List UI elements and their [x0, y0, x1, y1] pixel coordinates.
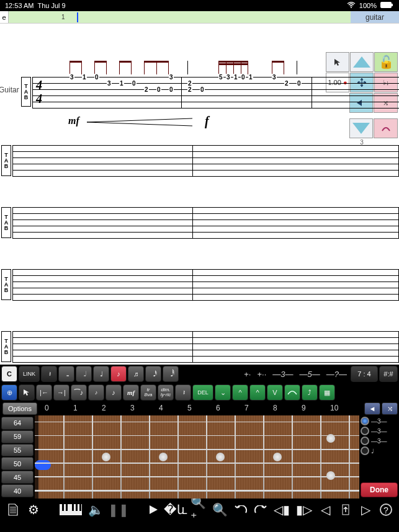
tab-note[interactable]: 5 — [218, 74, 223, 81]
prev-button[interactable]: ◁ — [318, 501, 332, 518]
track-key-label[interactable]: e — [0, 11, 9, 23]
tab-note[interactable]: 0 — [241, 74, 246, 81]
tuplet-custom-button[interactable]: —?— — [324, 370, 349, 379]
bar-end-button[interactable]: →| — [53, 384, 69, 401]
strum-down-button[interactable]: ⌄ — [215, 384, 231, 401]
quarter-note-button[interactable]: ♩ — [93, 366, 109, 382]
thirtysecond-note-button[interactable]: 𝅘𝅥𝅰 — [145, 366, 161, 382]
tuning-button[interactable]: 55 — [1, 444, 34, 457]
play-button[interactable] — [146, 501, 160, 518]
tab-note[interactable]: 3 — [226, 74, 231, 81]
tuning-button[interactable]: 40 — [1, 484, 34, 497]
playhead-marker[interactable] — [77, 12, 78, 22]
tab-note[interactable]: 2 — [144, 86, 149, 93]
delete-button[interactable]: DEL — [192, 384, 213, 401]
marker-in-button[interactable]: ◁▮ — [274, 501, 290, 518]
piano-button[interactable] — [60, 501, 82, 518]
zoom-out-button[interactable]: 🔍⁺ — [191, 501, 206, 518]
rest-insert-button[interactable]: 𝄽 — [175, 384, 191, 401]
tuning-button[interactable]: 59 — [1, 430, 34, 443]
zoom-in-button[interactable]: 🔍 — [212, 501, 228, 518]
redo-button[interactable] — [254, 501, 267, 518]
time-signature-button[interactable]: 7 : 4 — [351, 366, 378, 382]
file-button[interactable] — [6, 501, 20, 518]
marker-out-button[interactable]: ▮▷ — [296, 501, 312, 518]
curve-tool-button[interactable] — [374, 118, 398, 138]
tab-note[interactable]: 0 — [132, 80, 137, 87]
tab-note[interactable]: 1 — [248, 74, 253, 81]
tuning-button[interactable]: 50 — [1, 457, 34, 470]
target-tool-button[interactable]: ⊕ — [1, 384, 17, 401]
bar-start-button[interactable]: |← — [36, 384, 52, 401]
tuplet-5-button[interactable]: —5— — [297, 370, 323, 379]
fretboard[interactable] — [35, 415, 359, 499]
rest-button[interactable]: 𝄽 — [41, 366, 57, 382]
text-button[interactable]: dim.ly·ric — [158, 384, 174, 401]
tab-note[interactable]: 0 — [297, 80, 302, 87]
tab-note[interactable]: 3 — [107, 80, 112, 87]
accent-up-button[interactable]: ^ — [232, 384, 248, 401]
tie-button[interactable]: ⁀♪ — [71, 384, 87, 401]
options-button[interactable]: Options — [2, 402, 37, 415]
link-button[interactable]: LINK — [19, 366, 40, 382]
scroll-down-button[interactable] — [349, 118, 374, 138]
help-button[interactable]: ? — [379, 501, 393, 518]
strum-option-2[interactable] — [361, 427, 369, 435]
eighth-note-button[interactable]: ♪ — [110, 366, 127, 382]
pause-button[interactable]: ❚❚ — [110, 501, 127, 518]
tab-note[interactable]: 0 — [94, 74, 99, 81]
ornament-button[interactable]: tr8va — [140, 384, 156, 401]
tab-note[interactable]: 0 — [169, 86, 174, 93]
pointer-tool-button[interactable] — [326, 52, 349, 72]
tab-note[interactable]: 1 — [82, 74, 87, 81]
fret-scroll-left-button[interactable]: ◄ — [364, 402, 380, 415]
grace-note-button[interactable]: ♪ — [88, 384, 104, 401]
sixteenth-note-button[interactable]: ♬ — [128, 366, 144, 382]
select-tool-button[interactable] — [19, 384, 35, 401]
undo-button[interactable] — [234, 501, 248, 518]
dynamics-button[interactable]: mf — [123, 384, 139, 401]
tuplet-3-button[interactable]: —3— — [270, 370, 295, 379]
sixtyfourth-note-button[interactable]: 𝅘𝅥𝅱 — [163, 366, 179, 382]
dot-button[interactable]: +· — [241, 370, 253, 379]
tab-note[interactable]: 0 — [200, 86, 205, 93]
loop-button[interactable]: �և — [167, 501, 184, 518]
next-button[interactable]: ▷ — [359, 501, 372, 518]
whole-note-button[interactable]: 𝅝 — [58, 366, 74, 382]
tab-note[interactable]: 0 — [156, 86, 161, 93]
lock-button[interactable]: 🔓 — [374, 52, 398, 72]
tab-effect-button[interactable]: ▦ — [319, 384, 335, 401]
tab-note[interactable]: 2 — [284, 80, 289, 87]
bend-button[interactable]: ⤴ — [302, 384, 318, 401]
timeline-ruler[interactable]: 1 — [9, 11, 351, 23]
insert-up-button[interactable] — [339, 501, 352, 518]
slur-button[interactable] — [284, 384, 300, 401]
tab-note[interactable]: 3 — [169, 74, 174, 81]
accent-double-button[interactable]: ^ — [249, 384, 266, 401]
settings-button[interactable]: ⚙ — [26, 501, 40, 518]
instrument-chip[interactable]: guitar — [351, 11, 399, 23]
half-note-button[interactable]: 𝅗𝅥 — [76, 366, 92, 382]
mute-button[interactable]: 🔈 — [88, 501, 104, 518]
tuning-button[interactable]: 64 — [1, 417, 34, 430]
key-signature-button[interactable]: #:# — [379, 366, 398, 382]
score-area[interactable]: 🔓 1.00 ● ♭↓ ⤭ 3 Guitar — [0, 24, 399, 365]
double-dot-button[interactable]: +·· — [254, 370, 269, 379]
quarter-note-icon: ♩ — [100, 370, 103, 378]
strum-option-1[interactable] — [361, 417, 369, 425]
tab-note[interactable]: 3 — [272, 74, 277, 81]
strum-option-4[interactable] — [361, 446, 369, 455]
capo-indicator[interactable] — [35, 460, 51, 470]
tab-note[interactable]: 2 — [187, 86, 192, 93]
stem-direction-button[interactable]: ♪ — [105, 384, 122, 401]
strum-option-3[interactable] — [361, 437, 369, 445]
strum-button[interactable]: V — [267, 384, 283, 401]
done-button[interactable]: Done — [361, 482, 398, 497]
chord-button[interactable]: C — [1, 366, 17, 382]
fret-shift-button[interactable]: ⤭ — [382, 402, 398, 415]
tuning-button[interactable]: 45 — [1, 471, 34, 484]
tab-note[interactable]: 1 — [119, 80, 124, 87]
tab-note[interactable]: 3 — [69, 74, 74, 81]
scroll-up-button[interactable] — [350, 52, 374, 72]
tab-note[interactable]: 1 — [233, 74, 238, 81]
